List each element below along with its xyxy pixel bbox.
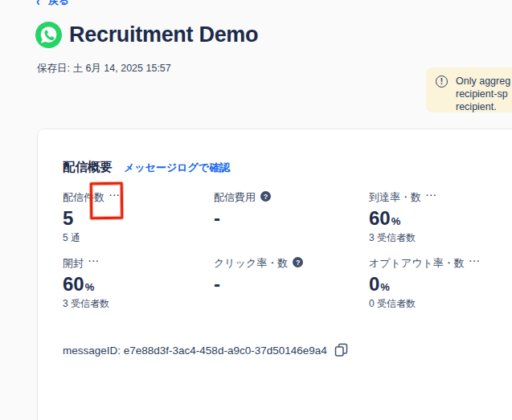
message-log-link[interactable]: メッセージログで確認 — [124, 161, 230, 175]
stat-value: 60% — [369, 208, 512, 229]
stat-optout-rate: オプトアウト率・数 ··· 0% 0 受信者数 — [369, 256, 512, 311]
stat-label-row: 到達率・数 ··· — [369, 190, 512, 205]
saved-date: 保存日: 土 6月 14, 2025 15:57 — [37, 62, 171, 75]
stat-label: 配信費用 — [214, 190, 256, 205]
stat-value-number: 60 — [63, 273, 84, 295]
help-icon[interactable]: ? — [293, 257, 303, 267]
warning-icon: ! — [436, 75, 448, 88]
stat-label: 配信件数 — [63, 190, 104, 205]
stat-value: 60% — [63, 274, 207, 295]
back-label: 戻る — [48, 0, 69, 8]
stat-value: 0% — [369, 274, 512, 295]
notice-text: Only aggreg recipient-sp recipient. — [456, 75, 510, 105]
stat-label: クリック率・数 — [214, 256, 288, 271]
back-button[interactable]: ‹ 戻る — [36, 0, 69, 8]
notice-line: Only aggreg — [456, 75, 510, 88]
stat-label: オプトアウト率・数 — [369, 256, 465, 271]
stat-value: - — [214, 208, 358, 229]
stat-value-number: - — [214, 207, 220, 229]
stat-label: 到達率・数 — [369, 190, 421, 205]
message-id-row: messageID: e7e88d3f-3ac4-458d-a9c0-37d50… — [63, 343, 348, 357]
stat-delivery-count: 配信件数 ··· 5 5 通 — [63, 190, 207, 245]
stat-value-number: 0 — [369, 273, 379, 295]
tooltip-dots-icon[interactable]: ··· — [469, 257, 481, 265]
stat-label-row: 開封 ··· — [63, 256, 207, 271]
stat-delivery-cost: 配信費用 ? - — [214, 190, 358, 231]
page-title: Recruitment Demo — [69, 22, 258, 47]
stat-reach-rate: 到達率・数 ··· 60% 3 受信者数 — [369, 190, 512, 245]
stat-value-number: - — [214, 273, 220, 295]
whatsapp-icon — [35, 22, 62, 48]
stat-sub: 0 受信者数 — [369, 297, 512, 311]
tooltip-dots-icon[interactable]: ··· — [88, 257, 100, 265]
notice-line: recipient. — [456, 100, 510, 113]
chevron-left-icon: ‹ — [36, 0, 40, 8]
stat-value: - — [214, 274, 358, 295]
copy-icon[interactable] — [334, 343, 348, 357]
stat-label-row: クリック率・数 ? — [214, 256, 358, 271]
tooltip-dots-icon[interactable]: ··· — [426, 191, 437, 199]
stat-value-number: 60 — [369, 207, 391, 229]
stat-label-row: 配信件数 ··· — [63, 190, 207, 205]
stat-value-number: 5 — [63, 207, 73, 229]
tooltip-dots-icon[interactable]: ··· — [109, 191, 121, 199]
stat-value-unit: % — [391, 215, 401, 227]
delivery-summary-card: 配信概要 メッセージログで確認 配信件数 ··· 5 5 通 配信費用 ? - … — [37, 128, 512, 420]
stat-value: 5 — [63, 208, 207, 229]
stat-label-row: 配信費用 ? — [214, 190, 358, 205]
stat-value-unit: % — [380, 281, 390, 293]
stat-sub: 3 受信者数 — [369, 231, 512, 245]
stat-click-rate: クリック率・数 ? - — [214, 256, 358, 297]
stat-sub: 5 通 — [63, 231, 207, 245]
stat-label-row: オプトアウト率・数 ··· — [369, 256, 512, 271]
notice-banner: ! Only aggreg recipient-sp recipient. — [426, 67, 512, 112]
card-heading: 配信概要 — [63, 159, 113, 176]
message-id: messageID: e7e88d3f-3ac4-458d-a9c0-37d50… — [63, 345, 327, 357]
stat-value-unit: % — [85, 281, 95, 293]
notice-line: recipient-sp — [456, 88, 510, 100]
stat-open: 開封 ··· 60% 3 受信者数 — [63, 256, 207, 311]
page-header: Recruitment Demo — [35, 22, 258, 48]
stat-sub: 3 受信者数 — [63, 297, 207, 311]
stat-label: 開封 — [63, 256, 84, 271]
help-icon[interactable]: ? — [260, 191, 271, 202]
card-heading-row: 配信概要 メッセージログで確認 — [63, 159, 230, 176]
